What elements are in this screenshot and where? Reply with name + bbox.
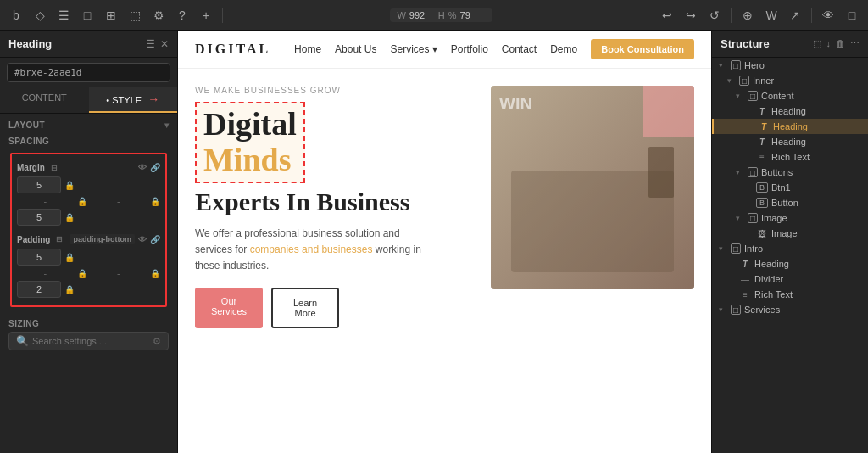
tree-inner[interactable]: ▾ □ Inner [712,73,868,88]
nav-cta-button[interactable]: Book Consultation [591,39,694,59]
width-control[interactable]: W H % [390,8,492,22]
richtext-icon2: ≡ [739,290,751,299]
tree-image-group[interactable]: ▾ □ Image [712,210,868,226]
diamond-icon[interactable]: ◇ [31,6,49,25]
tree-hero[interactable]: ▾ □ Hero [712,58,868,73]
website-frame: DIGITAL Home About Us Services ▾ Portfol… [178,31,711,453]
save-icon[interactable]: □ [843,6,861,25]
bricks-logo[interactable]: b [7,6,25,25]
nav-portfolio[interactable]: Portfolio [451,43,488,55]
gear-icon[interactable]: ⚙ [153,336,161,347]
tree-heading3[interactable]: T Heading [712,134,868,149]
tree-intro-heading[interactable]: T Heading [712,256,868,271]
layers-icon[interactable]: ⊕ [738,6,757,25]
tree-richtext2[interactable]: ≡ Rich Text [712,287,868,302]
nav-contact[interactable]: Contact [502,43,537,55]
struct-download-icon[interactable]: ↓ [826,38,832,49]
hero-btn-learn[interactable]: Learn More [271,288,339,328]
tree-image[interactable]: 🖼 Image [712,226,868,241]
hero-btn-services[interactable]: Our Services [195,288,263,328]
top-toolbar: b ◇ ☰ □ ⊞ ⬚ ⚙ ? + W H % ↩ ↪ ↺ ⊕ W ↗ 👁 □ [0,0,868,31]
margin-top-input[interactable] [17,176,61,193]
tab-content[interactable]: CONTENT [0,87,89,113]
search-row: 🔍 ⚙ [8,332,169,350]
tree-heading1-label: Heading [771,106,861,116]
padding-right-dash: - [91,268,147,278]
margin-bottom-input[interactable] [17,209,61,226]
main-area: Heading ☰ ✕ #brxe-2aae1d CONTENT • STYLE… [0,31,868,453]
padding-link-icon[interactable]: 🔗 [150,235,160,244]
btn-services-line1: Our [209,296,249,306]
element-id: #brxe-2aae1d [7,63,170,82]
undo-icon[interactable]: ↩ [658,6,676,25]
box-icon-content: □ [748,91,758,101]
margin-icons: 👁 🔗 [138,163,160,172]
nav-home[interactable]: Home [294,43,321,55]
nav-demo[interactable]: Demo [550,43,577,55]
nav-services[interactable]: Services ▾ [390,43,437,55]
richtext-icon1: ≡ [756,153,768,162]
struct-trash-icon[interactable]: 🗑 [836,38,845,49]
tree-heading2-label: Heading [773,121,861,131]
margin-top-row: 🔒 [17,176,160,193]
preview-icon[interactable]: 👁 [819,6,837,25]
margin-top-lock: 🔒 [64,181,75,190]
add-icon[interactable]: + [197,6,215,25]
tab-style[interactable]: • STYLE → [89,87,178,113]
padding-eye-icon[interactable]: 👁 [138,235,147,244]
padding-top-input[interactable] [17,249,61,266]
menu-icon[interactable]: ☰ [54,6,73,25]
layout-icon[interactable]: ⬚ [125,6,144,25]
hero-content: WE MAKE BUSINESSES GROW Digital Minds Ex… [178,69,711,345]
tree-richtext1[interactable]: ≡ Rich Text [712,149,868,165]
tree-intro[interactable]: ▾ □ Intro [712,241,868,256]
pct-input[interactable] [460,10,486,20]
spacing-section-header[interactable]: SPACING [5,133,172,149]
hero-heading-line2: Minds [203,143,297,178]
tree-buttons[interactable]: ▾ □ Buttons [712,165,868,180]
padding-bottom-input[interactable] [17,281,61,298]
box-icon-services: □ [731,305,741,315]
page-icon[interactable]: □ [78,6,97,25]
grid-icon[interactable]: ⊞ [102,6,120,25]
tree-button[interactable]: B Button [712,195,868,210]
wordpress-icon[interactable]: W [762,6,781,25]
sizing-section: SIZING 🔍 ⚙ [0,314,177,355]
margin-link-icon[interactable]: 🔗 [150,163,160,172]
refresh-icon[interactable]: ↺ [705,6,724,25]
nav-links: Home About Us Services ▾ Portfolio Conta… [294,39,694,59]
margin-eye-icon[interactable]: 👁 [138,163,147,172]
struct-copy-icon[interactable]: ⬚ [813,38,821,49]
tree-heading1[interactable]: T Heading [712,103,868,119]
layout-section-header[interactable]: LAYOUT ▾ [0,114,177,133]
struct-more-icon[interactable]: ⋯ [850,38,860,49]
search-input[interactable] [32,336,149,346]
width-input[interactable] [409,10,435,20]
pct-label: % [448,10,457,20]
margin-bottom-row: 🔒 [17,209,160,226]
help-icon[interactable]: ? [173,6,192,25]
win-text: WIN [499,94,532,114]
nav-about[interactable]: About Us [335,43,376,55]
panel-close-icon[interactable]: ✕ [160,38,169,50]
padding-icons: 👁 🔗 [138,235,160,244]
t-icon-h2: T [758,122,770,131]
panel-user-icon[interactable]: ☰ [146,38,155,50]
tree-divider[interactable]: — Divider [712,271,868,287]
tree-heading2[interactable]: T Heading [712,119,868,134]
tree-btn1[interactable]: B Btn1 [712,180,868,195]
padding-bottom-row: 🔒 [17,281,160,298]
tree-inner-label: Inner [753,76,861,86]
export-icon[interactable]: ↗ [786,6,804,25]
tree-content[interactable]: ▾ □ Content [712,88,868,103]
redo-icon[interactable]: ↪ [682,6,700,25]
margin-bottom-lock: 🔒 [64,213,75,222]
settings-icon[interactable]: ⚙ [149,6,168,25]
tree-services[interactable]: ▾ □ Services [712,302,868,317]
chevron-inner: ▾ [727,76,736,85]
padding-mid-row: - 🔒 - 🔒 [17,268,160,278]
tree-image-label: Image [771,228,861,238]
h-label: H [438,10,445,20]
btn-learn-line1: Learn [287,298,324,308]
margin-mid-lock: 🔒 [77,197,87,206]
